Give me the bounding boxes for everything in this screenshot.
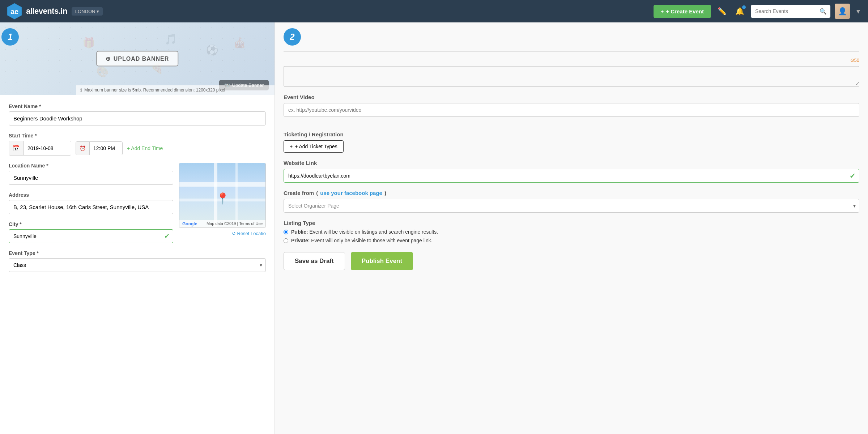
logo-icon: ae [6,3,23,20]
banner-info-text: Maximum banner size is 5mb. Recommended … [84,88,225,93]
public-radio[interactable] [284,230,288,234]
location-name-label: Location Name * [9,163,173,169]
create-from-group: Create from ( use your facebook page ) S… [284,190,859,213]
date-input[interactable] [24,142,71,155]
map-footer: Google Map data ©2019 | Terms of Use [179,220,265,227]
search-button[interactable]: 🔍 [816,5,830,18]
event-type-select-wrap: Class Workshop Conference ▾ [9,258,266,272]
search-bar: 🔍 [751,5,830,18]
avatar-dropdown-button[interactable]: ▾ [854,5,862,18]
time-input-wrap: ⏰ [76,141,123,155]
google-logo: Google [182,221,197,226]
map-data-text: Map data ©2019 | Terms of Use [207,221,263,226]
svg-text:ae: ae [10,8,18,16]
address-group: Address [9,192,173,214]
location-chevron-icon: ▾ [97,9,99,14]
form-area: Event Name * Start Time * 📅 ⏰ + Add End … [0,95,275,272]
ticketing-group: Ticketing / Registration + + Add Ticket … [284,131,859,153]
search-input[interactable] [751,5,816,17]
create-from-row: Create from ( use your facebook page ) [284,190,859,196]
map-road-h1 [179,182,265,187]
location-name-input[interactable] [9,171,173,185]
time-input[interactable] [90,142,122,155]
time-row: 📅 ⏰ + Add End Time [9,141,266,156]
plus-icon: ⊕ [106,55,111,62]
event-type-group: Event Type * Class Workshop Conference ▾ [9,250,266,272]
start-time-group: Start Time * 📅 ⏰ + Add End Time [9,133,266,156]
reset-icon: ↺ [232,231,236,236]
address-input[interactable] [9,200,173,214]
website-input[interactable] [284,169,859,183]
banner-section: 1 📷 Update Thumb [0,22,275,95]
location-text: LONDON [75,9,95,14]
char-count: ⊙50 [284,58,859,63]
reset-location-label: Reset Locatio [237,231,266,236]
footer-buttons: Save as Draft Publish Event [284,252,859,270]
add-ticket-label: + Add Ticket Types [295,144,337,149]
public-radio-row: Public: Event will be visible on listing… [284,229,859,235]
right-panel: 2 ⊙50 Event Video Ticketing / Registrati… [275,22,868,434]
organizer-select[interactable]: Select Organizer Page [284,199,859,213]
banner-info: ℹ Maximum banner size is 5mb. Recommende… [76,85,275,95]
public-radio-label: Public: Event will be visible on listing… [291,229,438,235]
website-link-label: Website Link [284,160,859,166]
create-event-button[interactable]: + + Create Event [654,5,711,18]
calendar-icon: 📅 [9,141,24,155]
event-video-label: Event Video [284,94,859,100]
event-name-label: Event Name * [9,103,266,109]
upload-banner-label: UPLOAD BANNER [114,55,169,62]
website-input-wrap: ✔ [284,169,859,183]
banner-bg: 🎁 🎤 🎵 🍕 ⚽ 🎨 🎪 ⊕ UPLOAD BANNER 📷 [0,22,275,95]
map-container[interactable]: 📍 Google Map data ©2019 | Terms of Use [179,163,266,228]
edit-icon-button[interactable]: ✏️ [715,5,729,18]
address-label: Address [9,192,173,198]
description-area[interactable] [284,66,859,87]
main-container: 1 📷 Update Thumb [0,22,868,434]
logo-area[interactable]: ae allevents.in [6,3,67,20]
plus-ticket-icon: + [290,144,293,149]
save-draft-button[interactable]: Save as Draft [284,252,345,270]
step2-badge: 2 [284,28,859,46]
city-group: City * ✔ [9,221,173,243]
add-ticket-button[interactable]: + + Add Ticket Types [284,140,344,153]
navbar: ae allevents.in LONDON ▾ + + Create Even… [0,0,868,22]
ticketing-label: Ticketing / Registration [284,131,859,137]
reset-location-link[interactable]: ↺ Reset Locatio [232,231,266,236]
event-type-label: Event Type * [9,250,266,256]
listing-type-section: Listing Type Public: Event will be visib… [284,220,859,243]
location-name-group: Location Name * [9,163,173,185]
step2-indicator: 2 [284,28,301,46]
avatar[interactable]: 👤 [835,4,850,19]
date-input-wrap: 📅 [9,141,71,156]
location-row: Location Name * Address City * ✔ [9,163,266,250]
top-divider [284,51,859,52]
publish-event-button[interactable]: Publish Event [351,252,413,270]
add-end-time-link[interactable]: + Add End Time [127,145,163,151]
notification-wrap[interactable]: 🔔 [733,5,746,18]
create-event-icon: + [661,8,664,14]
private-bold-label: Private: [291,238,310,243]
description-input[interactable] [284,67,859,85]
event-name-input[interactable] [9,111,266,125]
private-radio[interactable] [284,238,288,243]
avatar-image: 👤 [835,4,850,19]
upload-banner-button[interactable]: ⊕ UPLOAD BANNER [96,51,178,67]
create-event-label: + Create Event [666,8,704,14]
city-input[interactable] [9,229,173,243]
city-check-icon: ✔ [164,232,170,240]
location-badge[interactable]: LONDON ▾ [72,7,103,16]
map-pin: 📍 [216,192,229,205]
event-type-select[interactable]: Class Workshop Conference [9,258,266,272]
city-input-wrap: ✔ [9,229,173,243]
public-bold-label: Public: [291,229,308,235]
event-name-group: Event Name * [9,103,266,125]
create-from-paren-open: ( [316,190,318,196]
event-video-input[interactable] [284,103,859,117]
notification-dot [742,5,746,9]
location-left: Location Name * Address City * ✔ [9,163,173,250]
organizer-select-wrap: Select Organizer Page ▾ [284,199,859,213]
create-from-label: Create from [284,190,314,196]
facebook-page-link[interactable]: use your facebook page [320,190,382,196]
private-radio-row: Private: Event will only be visible to t… [284,238,859,243]
event-video-group: Event Video [284,94,859,124]
